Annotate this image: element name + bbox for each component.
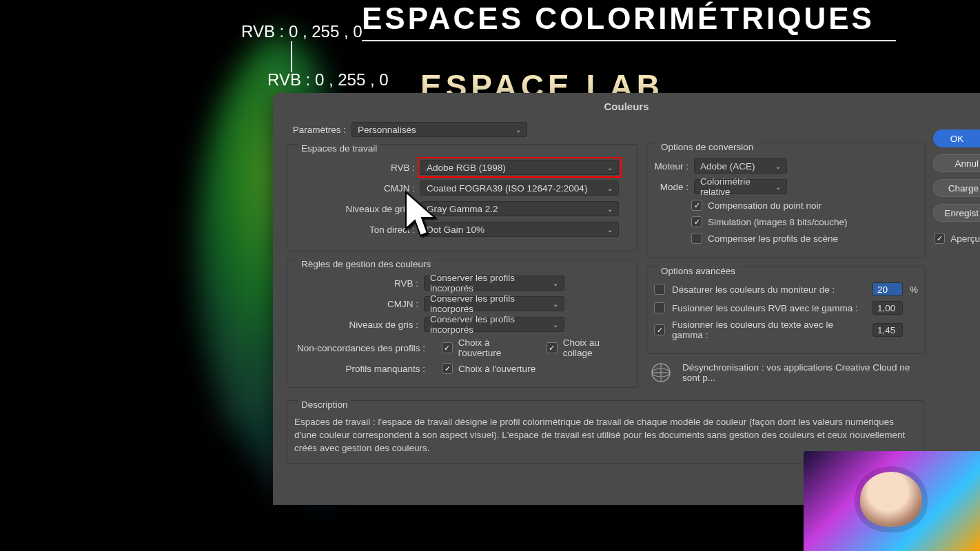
rgb-coordinates-2: RVB : 0 , 255 , 0 [267,70,389,90]
engine-label: Moteur : [654,161,688,171]
sim-checkbox[interactable] [691,216,702,227]
bpc-checkbox[interactable] [691,200,702,211]
desat-unit: % [910,284,918,295]
params-value: Personnalisés [358,125,416,135]
rgb-coordinates-1: RVB : 0 , 255 , 0 [241,22,363,41]
chevron-down-icon: ⌄ [607,164,613,171]
cancel-button[interactable]: Annul [933,154,980,172]
desc-legend: Description [298,399,351,410]
mismatch-paste-text: Choix au collage [563,337,631,358]
rule-cmjn-value: Conserver les profils incorporés [430,293,549,314]
rules-fieldset: Règles de gestion des couleurs RVB : Con… [287,260,638,388]
rule-gray-value: Conserver les profils incorporés [430,314,549,335]
ws-rvb-value: Adobe RGB (1998) [427,163,506,173]
rule-gray-label: Niveaux de gris : [294,320,418,330]
ws-gray-label: Niveaux de gris : [294,204,415,214]
chevron-down-icon: ⌄ [775,163,781,170]
ws-cmjn-select[interactable]: Coated FOGRA39 (ISO 12647-2:2004) ⌄ [420,180,619,196]
chevron-down-icon: ⌄ [607,226,613,233]
marker-line [291,41,292,72]
ws-gray-select[interactable]: Gray Gamma 2.2 ⌄ [420,201,619,216]
merge-txt-text: Fusionner les couleurs du texte avec le … [672,320,866,340]
ws-spot-label: Ton direct : [294,225,415,235]
ws-rvb-label: RVB : [294,163,415,173]
rules-legend: Règles de gestion des couleurs [298,259,433,269]
workspaces-fieldset: Espaces de travail RVB : Adobe RGB (1998… [287,144,638,251]
merge-txt-checkbox[interactable] [654,324,665,335]
workspaces-legend: Espaces de travail [298,143,380,154]
webcam-overlay [804,451,980,551]
rule-rvb-value: Conserver les profils incorporés [430,273,549,293]
rule-rvb-select[interactable]: Conserver les profils incorporés ⌄ [424,276,564,291]
chevron-down-icon: ⌄ [775,183,781,191]
merge-rvb-checkbox[interactable] [654,302,665,313]
cursor-icon [404,190,438,242]
mismatch-paste-checkbox[interactable] [547,342,558,353]
title-rule [362,40,896,41]
desat-value-input[interactable]: 20 [872,282,903,296]
scene-checkbox[interactable] [691,233,702,244]
params-label: Paramètres : [292,125,346,135]
advanced-fieldset: Options avancées Désaturer les couleurs … [646,267,926,354]
adv-legend: Options avancées [658,266,738,276]
merge-rvb-text: Fusionner les couleurs RVB avec le gamma… [672,303,866,313]
preview-row: Aperçu [934,233,980,244]
missing-label: Profils manquants : [294,364,425,374]
merge-rvb-value-input[interactable]: 1,00 [872,301,903,315]
merge-txt-value-input[interactable]: 1,45 [872,323,903,337]
mismatch-open-text: Choix à l'ouverture [458,337,534,358]
rule-cmjn-select[interactable]: Conserver les profils incorporés ⌄ [424,296,564,311]
rule-rvb-label: RVB : [294,278,418,289]
mismatch-label: Non-concordances des profils : [294,343,425,353]
conv-legend: Options de conversion [658,142,756,152]
params-select[interactable]: Personnalisés ⌄ [351,122,527,137]
mode-select[interactable]: Colorimétrie relative ⌄ [694,179,787,194]
chevron-down-icon: ⌄ [607,185,613,192]
preview-checkbox[interactable] [934,233,945,244]
sim-text: Simulation (images 8 bits/couche) [708,217,848,227]
missing-open-text: Choix à l'ouverture [458,364,535,374]
conversion-fieldset: Options de conversion Moteur : Adobe (AC… [646,143,926,258]
ws-cmjn-label: CMJN : [294,183,415,194]
chevron-down-icon: ⌄ [553,280,558,287]
chevron-down-icon: ⌄ [515,126,521,134]
bpc-text: Compensation du point noir [708,200,821,211]
ws-rvb-select[interactable]: Adobe RGB (1998) ⌄ [420,160,619,175]
rule-gray-select[interactable]: Conserver les profils incorporés ⌄ [424,317,564,332]
desat-text: Désaturer les couleurs du moniteur de : [672,284,866,295]
engine-value: Adobe (ACE) [700,161,755,171]
color-settings-dialog: Couleurs Paramètres : Personnalisés ⌄ Es… [273,93,980,505]
desync-text: Désynchronisation : vos applications Cre… [682,362,926,383]
ws-cmjn-value: Coated FOGRA39 (ISO 12647-2:2004) [427,183,587,194]
dialog-title: Couleurs [273,93,980,112]
preview-label: Aperçu [950,233,980,244]
mismatch-open-checkbox[interactable] [442,342,453,353]
engine-select[interactable]: Adobe (ACE) ⌄ [694,158,787,174]
chevron-down-icon: ⌄ [553,321,558,329]
save-button[interactable]: Enregist [933,204,980,222]
mode-label: Mode : [654,182,688,192]
page-title: ESPACES COLORIMÉTRIQUES [362,1,875,36]
scene-text: Compenser les profils de scène [708,233,838,244]
rule-cmjn-label: CMJN : [294,299,418,309]
mode-value: Colorimétrie relative [700,176,771,197]
ws-spot-select[interactable]: Dot Gain 10% ⌄ [420,222,619,237]
desat-checkbox[interactable] [654,284,665,295]
desync-icon [651,362,671,383]
chevron-down-icon: ⌄ [553,300,558,308]
missing-open-checkbox[interactable] [442,363,453,374]
desc-body: Espaces de travail : l'espace de travail… [294,416,917,455]
ok-button[interactable]: OK [933,129,980,147]
load-button[interactable]: Charge [933,179,980,197]
chevron-down-icon: ⌄ [607,205,613,213]
button-panel: OK Annul Charge Enregist [933,129,980,229]
